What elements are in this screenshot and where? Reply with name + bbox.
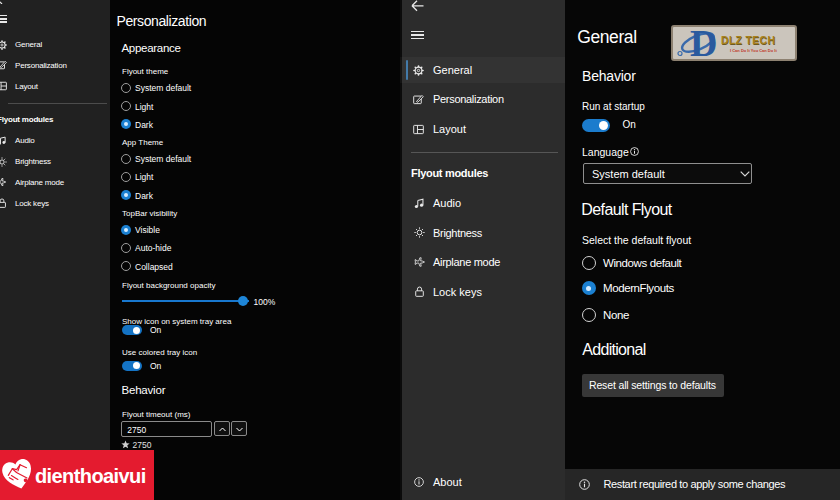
svg-text:D: D	[690, 27, 717, 59]
